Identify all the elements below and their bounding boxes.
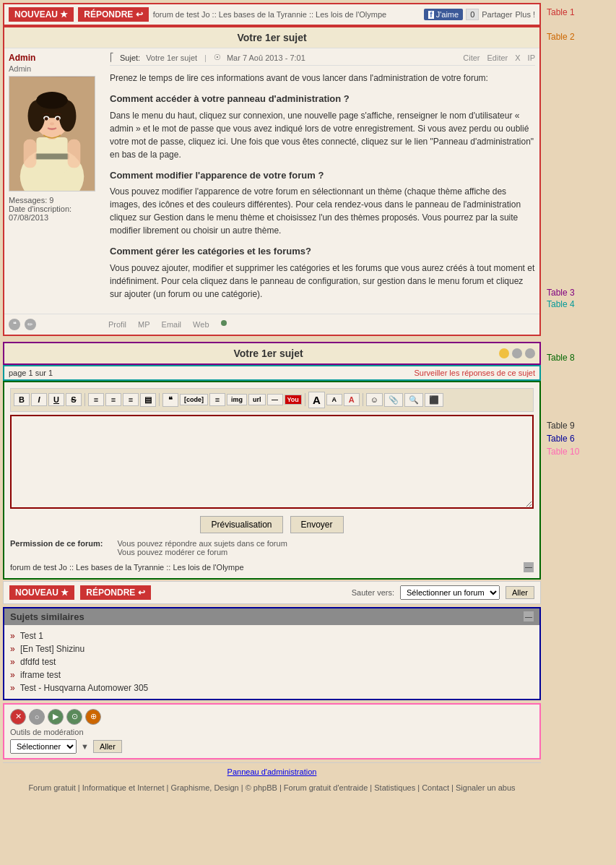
footer-link-3[interactable]: Graphisme, Design — [171, 783, 239, 792]
quote-small-icon[interactable]: ❝ — [9, 319, 20, 330]
nouveau-button[interactable]: NOUVEAU ★ — [9, 7, 74, 22]
mod-lock-icon[interactable]: ○ — [29, 709, 45, 725]
reply-title-bar: Votre 1er sujet — [4, 343, 539, 363]
underline-button[interactable]: U — [48, 393, 64, 406]
window-close-icon[interactable] — [512, 348, 522, 358]
hr-button[interactable]: — — [267, 394, 283, 405]
footer-link-5[interactable]: Forum gratuit d'entraide — [284, 783, 368, 792]
smiley-button[interactable]: ☺ — [366, 393, 383, 406]
window-max-icon[interactable] — [525, 348, 535, 358]
mod-delete-icon[interactable]: ✕ — [10, 709, 26, 725]
bullet-icon: » — [10, 644, 15, 654]
post-h1: Comment accéder à votre panneau d'admini… — [110, 92, 535, 106]
preview-button[interactable]: Prévisualisation — [200, 516, 282, 533]
editor-breadcrumb-bottom: forum de test Jo :: Les bases de la Tyra… — [10, 562, 534, 572]
quote-button[interactable]: ❝ — [162, 393, 178, 407]
similar-list: » Test 1 » [En Test] Shizinu » dfdfd tes… — [4, 625, 539, 699]
toolbar-table1: NOUVEAU ★ RÉPONDRE ↩ forum de test Jo ::… — [3, 3, 541, 26]
ip-link[interactable]: IP — [528, 53, 535, 62]
align-justify-button[interactable]: ▤ — [140, 393, 156, 407]
author-avatar — [9, 76, 95, 191]
mod-copy-icon[interactable]: ⊙ — [66, 709, 82, 725]
admin-panel-link[interactable]: Panneau d'administration — [227, 767, 317, 776]
editer-link[interactable]: Editer — [487, 53, 508, 62]
post-footer-icons: ❝ ✏ — [9, 319, 36, 330]
edit-small-icon[interactable]: ✏ — [25, 319, 36, 330]
bottom-toolbar-table9: NOUVEAU ★ RÉPONDRE ↩ Sauter vers: Sélect… — [3, 581, 541, 604]
window-minimize-icon[interactable] — [499, 348, 509, 358]
align-right-button[interactable]: ≡ — [123, 393, 139, 406]
similar-title: Sujets similaires — [10, 611, 84, 622]
table8-label: Table 8 — [547, 353, 616, 363]
footer-link-8[interactable]: Signaler un abus — [456, 783, 516, 792]
mod-select[interactable]: Sélectionner — [10, 739, 77, 754]
align-center-button[interactable]: ≡ — [105, 393, 121, 406]
breadcrumb: forum de test Jo :: Les bases de la Tyra… — [153, 10, 420, 19]
web-link[interactable]: Web — [193, 320, 209, 329]
post-intro: Prenez le temps de lire ces informations… — [110, 72, 535, 85]
delete-link[interactable]: X — [515, 53, 520, 62]
strikethrough-button[interactable]: S — [66, 393, 82, 406]
send-button[interactable]: Envoyer — [290, 516, 344, 533]
svg-point-13 — [45, 117, 48, 121]
footer-link-1[interactable]: Forum gratuit — [28, 783, 75, 792]
fb-like-area: f J'aime 0 Partager Plus ! — [424, 9, 535, 20]
mod-pin-icon[interactable]: ⊕ — [85, 709, 101, 725]
post-date: Mar 7 Aoû 2013 - 7:01 — [227, 53, 305, 62]
permission2: Vous pouvez modérer ce forum — [117, 548, 287, 556]
mp-link[interactable]: MP — [138, 320, 150, 329]
sauter-aller-button[interactable]: Aller — [506, 586, 534, 599]
mod-move-icon[interactable]: ▶ — [48, 709, 64, 725]
post-table2: Votre 1er sujet Admin Admin — [3, 26, 541, 336]
svg-rect-17 — [68, 139, 81, 168]
similar-link-4[interactable]: iframe test — [20, 670, 61, 680]
list-item: » Test - Husqvarna Automower 305 — [10, 681, 534, 694]
font-small-button[interactable]: A — [326, 394, 342, 405]
editor-textarea[interactable] — [10, 415, 534, 509]
post-h2: Comment modifier l'apparence de votre fo… — [110, 168, 535, 183]
email-link[interactable]: Email — [162, 320, 182, 329]
code-button[interactable]: [code] — [180, 394, 208, 405]
similar-link-1[interactable]: Test 1 — [20, 631, 43, 641]
similar-link-5[interactable]: Test - Husqvarna Automower 305 — [20, 683, 148, 693]
similar-link-2[interactable]: [En Test] Shizinu — [20, 644, 84, 654]
permission-label: Permission de ce forum: — [10, 539, 103, 548]
italic-button[interactable]: I — [31, 393, 47, 406]
footer-link-2[interactable]: Informatique et Internet — [82, 783, 165, 792]
post-p3: Vous pouvez ajouter, modifier et supprim… — [110, 262, 535, 301]
footer-link-4[interactable]: © phpBB — [246, 783, 277, 792]
bold-button[interactable]: B — [14, 393, 30, 406]
similar-link-3[interactable]: dfdfd test — [20, 657, 56, 667]
attachment-button[interactable]: 📎 — [384, 393, 403, 407]
footer-link-6[interactable]: Statistiques — [374, 783, 415, 792]
collapse-icon[interactable]: — — [524, 562, 534, 572]
mod-aller-button[interactable]: Aller — [93, 740, 122, 753]
share-button[interactable]: Partager — [482, 10, 512, 19]
align-left-button[interactable]: ≡ — [88, 393, 104, 406]
repondre-button[interactable]: RÉPONDRE ↩ — [78, 7, 148, 22]
fb-like-button[interactable]: f J'aime — [424, 9, 463, 20]
post-footer-links: Profil MP Email Web — [108, 320, 227, 329]
search-button[interactable]: 🔍 — [404, 393, 423, 407]
youtube-button[interactable]: You — [285, 395, 302, 405]
list-item: » [En Test] Shizinu — [10, 642, 534, 655]
font-big-button[interactable]: A — [308, 392, 325, 408]
img-button[interactable]: img — [227, 394, 247, 405]
citer-link[interactable]: Citer — [463, 53, 480, 62]
font-color-button[interactable]: A — [344, 393, 360, 406]
permissions-row: Permission de ce forum: Vous pouvez répo… — [10, 539, 534, 556]
toolbar-sep4 — [363, 393, 363, 406]
bottom-nouveau-button[interactable]: NOUVEAU ★ — [9, 585, 74, 600]
profil-link[interactable]: Profil — [108, 320, 126, 329]
copy-button[interactable]: ⬛ — [425, 393, 443, 407]
footer-links: Forum gratuit | Informatique et Internet… — [3, 780, 541, 795]
editor-table8: B I U S ≡ ≡ ≡ ▤ ❝ [code] ≡ img url — You… — [3, 381, 541, 580]
footer-link-7[interactable]: Contact — [422, 783, 449, 792]
link-button[interactable]: url — [248, 394, 266, 405]
bottom-repondre-button[interactable]: RÉPONDRE ↩ — [80, 585, 150, 600]
sauter-select[interactable]: Sélectionner un forum — [400, 585, 500, 600]
list-button[interactable]: ≡ — [209, 393, 225, 406]
similar-collapse-icon[interactable]: — — [524, 611, 534, 621]
plus-button[interactable]: Plus ! — [515, 10, 535, 19]
surveiller-link[interactable]: Surveiller les réponses de ce sujet — [414, 369, 535, 377]
